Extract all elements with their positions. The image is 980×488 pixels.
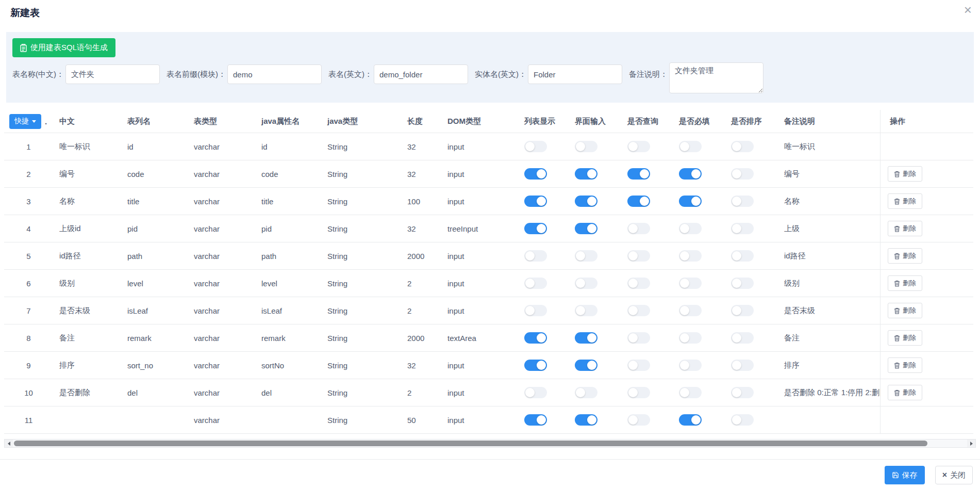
delete-button[interactable]: 删除 — [888, 193, 922, 209]
toggle-ui-input[interactable] — [575, 332, 597, 344]
delete-button[interactable]: 删除 — [888, 303, 922, 318]
cell-dom-type: input — [441, 352, 518, 379]
toggle-sort[interactable] — [731, 278, 754, 289]
close-label: 关闭 — [950, 470, 966, 480]
toggle-sort[interactable] — [731, 223, 754, 234]
toggle-list-display[interactable] — [524, 196, 547, 207]
cell-remark: 是否末级 — [778, 297, 880, 324]
cell-column-type: varchar — [188, 297, 255, 324]
floppy-icon — [892, 471, 899, 479]
table-prefix-input[interactable] — [227, 64, 322, 84]
toggle-required[interactable] — [679, 196, 702, 207]
toggle-query[interactable] — [627, 278, 650, 289]
delete-button[interactable]: 删除 — [888, 385, 922, 400]
toggle-query[interactable] — [627, 360, 650, 371]
cell-length: 2 — [401, 379, 441, 406]
toggle-list-display[interactable] — [524, 168, 547, 180]
delete-button[interactable]: 删除 — [888, 248, 922, 264]
toggle-query[interactable] — [627, 387, 650, 398]
cell-dom-type: input — [441, 379, 518, 406]
delete-label: 删除 — [903, 333, 916, 343]
table-row: 11 varchar String 50 input — [4, 406, 973, 434]
toggle-sort[interactable] — [731, 168, 754, 180]
toggle-list-display[interactable] — [524, 414, 547, 426]
cell-java-prop: sortNo — [255, 352, 321, 379]
close-icon[interactable]: × — [964, 3, 972, 17]
toggle-required[interactable] — [679, 278, 702, 289]
delete-button[interactable]: 删除 — [888, 275, 922, 291]
cell-java-prop: title — [255, 188, 321, 215]
toggle-ui-input[interactable] — [575, 414, 597, 426]
toggle-ui-input[interactable] — [575, 168, 597, 180]
toggle-required[interactable] — [679, 305, 702, 316]
cell-chinese-name: id路径 — [53, 242, 121, 269]
toggle-required[interactable] — [679, 387, 702, 398]
row-index: 6 — [4, 270, 53, 297]
toggle-list-display[interactable] — [524, 305, 547, 316]
toggle-list-display[interactable] — [524, 141, 547, 152]
column-header-required: 是否必填 — [673, 110, 725, 133]
toggle-required[interactable] — [679, 360, 702, 371]
toggle-ui-input[interactable] — [575, 196, 597, 207]
cell-column-type: varchar — [188, 242, 255, 269]
delete-button[interactable]: 删除 — [888, 221, 922, 236]
toggle-ui-input[interactable] — [575, 387, 597, 398]
toggle-list-display[interactable] — [524, 387, 547, 398]
save-button[interactable]: 保存 — [885, 466, 925, 484]
toggle-ui-input[interactable] — [575, 250, 597, 262]
toggle-sort[interactable] — [731, 250, 754, 262]
table-en-name-input[interactable] — [374, 64, 468, 84]
toggle-list-display[interactable] — [524, 278, 547, 289]
toggle-sort[interactable] — [731, 414, 754, 426]
toggle-required[interactable] — [679, 168, 702, 180]
toggle-query[interactable] — [627, 168, 650, 180]
quick-menu-button[interactable]: 快捷 — [9, 114, 41, 129]
toggle-list-display[interactable] — [524, 332, 547, 344]
close-button[interactable]: × 关闭 — [935, 466, 973, 484]
toggle-ui-input[interactable] — [575, 360, 597, 371]
toggle-list-display[interactable] — [524, 360, 547, 371]
toggle-required[interactable] — [679, 141, 702, 152]
cell-column-name: sort_no — [121, 352, 188, 379]
entity-name-input[interactable] — [528, 64, 622, 84]
toggle-sort[interactable] — [731, 196, 754, 207]
delete-button[interactable]: 删除 — [888, 166, 922, 182]
toggle-query[interactable] — [627, 414, 650, 426]
toggle-query[interactable] — [627, 196, 650, 207]
toggle-sort[interactable] — [731, 387, 754, 398]
toggle-query[interactable] — [627, 332, 650, 344]
toggle-query[interactable] — [627, 250, 650, 262]
cell-java-type: String — [321, 324, 401, 351]
table-row: 6 级别 level varchar level String 2 input … — [4, 270, 973, 297]
toggle-ui-input[interactable] — [575, 278, 597, 289]
toggle-ui-input[interactable] — [575, 223, 597, 234]
toggle-required[interactable] — [679, 250, 702, 262]
toggle-required[interactable] — [679, 414, 702, 426]
cell-column-name: title — [121, 188, 188, 215]
scroll-right-arrow[interactable] — [967, 440, 975, 447]
delete-button[interactable]: 删除 — [888, 357, 922, 373]
toggle-sort[interactable] — [731, 332, 754, 344]
row-index: 4 — [4, 215, 53, 242]
scroll-left-arrow[interactable] — [5, 440, 13, 447]
form-panel: 使用建表SQL语句生成 表名称(中文)： 表名前缀(模块)： 表名(英文)： 实… — [6, 32, 974, 103]
column-header-column-type: 表类型 — [188, 110, 255, 133]
remark-textarea[interactable]: 文件夹管理 — [669, 62, 763, 93]
toggle-required[interactable] — [679, 332, 702, 344]
delete-button[interactable]: 删除 — [888, 330, 922, 346]
toggle-ui-input[interactable] — [575, 141, 597, 152]
toggle-list-display[interactable] — [524, 223, 547, 234]
horizontal-scrollbar[interactable] — [4, 439, 976, 448]
generate-sql-button[interactable]: 使用建表SQL语句生成 — [12, 38, 115, 57]
toggle-query[interactable] — [627, 223, 650, 234]
toggle-sort[interactable] — [731, 360, 754, 371]
toggle-ui-input[interactable] — [575, 305, 597, 316]
toggle-query[interactable] — [627, 305, 650, 316]
table-cn-name-input[interactable] — [65, 64, 160, 84]
toggle-sort[interactable] — [731, 141, 754, 152]
toggle-sort[interactable] — [731, 305, 754, 316]
scrollbar-thumb[interactable] — [14, 441, 927, 446]
toggle-list-display[interactable] — [524, 250, 547, 262]
toggle-required[interactable] — [679, 223, 702, 234]
toggle-query[interactable] — [627, 141, 650, 152]
